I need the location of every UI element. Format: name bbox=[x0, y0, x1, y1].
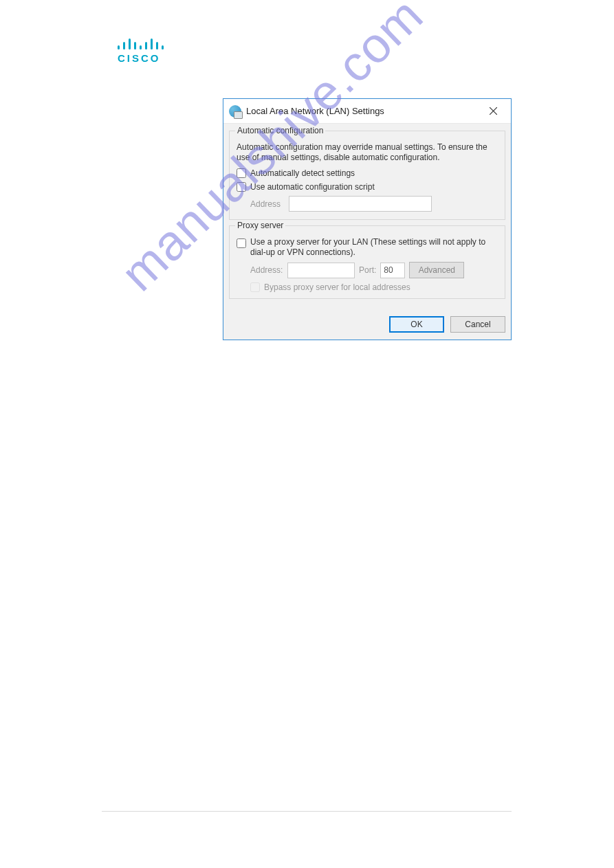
script-address-label: Address bbox=[250, 199, 283, 209]
auto-detect-label[interactable]: Automatically detect settings bbox=[250, 168, 355, 178]
proxy-address-label: Address: bbox=[250, 265, 283, 275]
lan-settings-dialog: Local Area Network (LAN) Settings Automa… bbox=[223, 98, 512, 340]
cisco-brand: CISCO bbox=[118, 52, 164, 64]
bypass-local-label: Bypass proxy server for local addresses bbox=[264, 282, 410, 292]
use-proxy-checkbox[interactable] bbox=[237, 238, 246, 248]
automatic-configuration-group: Automatic configuration Automatic config… bbox=[229, 131, 505, 220]
proxy-port-input[interactable] bbox=[380, 263, 405, 278]
globe-settings-icon bbox=[229, 105, 241, 118]
cisco-bars-icon bbox=[118, 38, 164, 49]
dialog-title: Local Area Network (LAN) Settings bbox=[246, 106, 384, 116]
ok-button[interactable]: OK bbox=[389, 316, 444, 333]
cisco-logo: CISCO bbox=[118, 38, 164, 64]
close-button[interactable] bbox=[479, 102, 507, 121]
proxy-server-group: Proxy server Use a proxy server for your… bbox=[229, 225, 505, 299]
autoconfig-legend: Automatic configuration bbox=[235, 126, 325, 135]
footer-divider bbox=[102, 811, 512, 812]
dialog-titlebar: Local Area Network (LAN) Settings bbox=[223, 99, 511, 124]
use-proxy-label[interactable]: Use a proxy server for your LAN (These s… bbox=[250, 237, 498, 258]
proxy-port-label: Port: bbox=[359, 265, 376, 275]
use-script-label[interactable]: Use automatic configuration script bbox=[250, 182, 375, 192]
autoconfig-description: Automatic configuration may override man… bbox=[237, 142, 498, 163]
auto-detect-checkbox[interactable] bbox=[237, 168, 246, 178]
close-icon bbox=[490, 107, 497, 115]
advanced-button[interactable]: Advanced bbox=[409, 262, 464, 278]
cancel-button[interactable]: Cancel bbox=[450, 316, 505, 333]
proxy-legend: Proxy server bbox=[235, 221, 285, 230]
script-address-input[interactable] bbox=[289, 196, 432, 212]
dialog-button-bar: OK Cancel bbox=[223, 310, 511, 340]
bypass-local-checkbox[interactable] bbox=[250, 282, 260, 292]
proxy-address-input[interactable] bbox=[287, 263, 355, 278]
use-script-checkbox[interactable] bbox=[237, 182, 246, 192]
